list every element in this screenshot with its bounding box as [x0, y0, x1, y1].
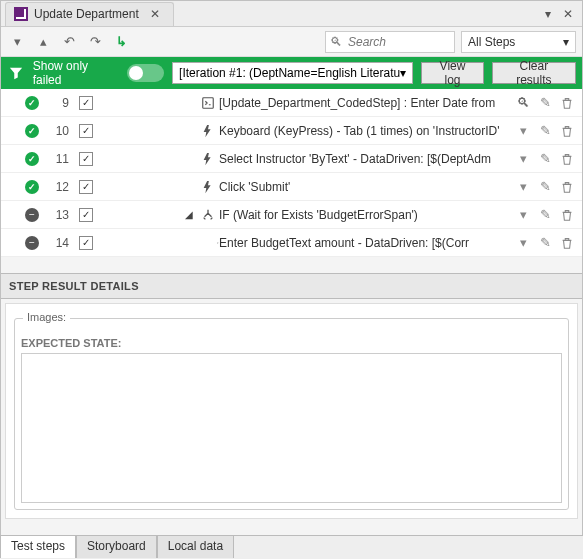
steps-table: ✓9✓[Update_Department_CodedStep] : Enter…: [1, 89, 582, 257]
status-cell: −: [21, 236, 43, 250]
step-description: Enter BudgetText amount - DataDriven: [$…: [219, 236, 512, 250]
step-description: Keyboard (KeyPress) - Tab (1 times) on '…: [219, 124, 512, 138]
tab-local-data[interactable]: Local data: [157, 535, 234, 558]
status-cell: ✓: [21, 180, 43, 194]
svg-rect-0: [203, 97, 214, 108]
step-number: 11: [43, 152, 75, 166]
step-extra-icon[interactable]: ▾: [512, 179, 534, 194]
status-pass-icon: ✓: [25, 180, 39, 194]
undo-icon[interactable]: ↶: [59, 32, 79, 52]
edit-step-icon[interactable]: ✎: [534, 151, 556, 166]
step-extra-icon[interactable]: ▾: [512, 207, 534, 222]
status-pass-icon: ✓: [25, 96, 39, 110]
images-label: Images:: [23, 311, 70, 323]
search-input[interactable]: [346, 34, 450, 50]
tree-expander[interactable]: ◢: [97, 209, 197, 220]
tab-test-steps[interactable]: Test steps: [0, 535, 76, 558]
enable-checkbox[interactable]: ✓: [75, 180, 97, 194]
status-cell: ✓: [21, 124, 43, 138]
delete-step-icon[interactable]: [556, 236, 578, 250]
delete-step-icon[interactable]: [556, 96, 578, 110]
bottom-tab-strip: Test steps Storyboard Local data: [0, 535, 583, 559]
show-failed-toggle[interactable]: [127, 64, 164, 82]
results-bar: Show only failed [Iteration #1: (DeptNam…: [1, 57, 582, 89]
document-title: Update Department: [34, 7, 139, 21]
enable-checkbox[interactable]: ✓: [75, 236, 97, 250]
enable-checkbox[interactable]: ✓: [75, 124, 97, 138]
show-failed-label: Show only failed: [33, 59, 119, 87]
step-number: 14: [43, 236, 75, 250]
step-type-icon: [197, 180, 219, 194]
chevron-down-icon[interactable]: ▾: [7, 32, 27, 52]
filter-icon: [7, 64, 25, 82]
step-number: 10: [43, 124, 75, 138]
status-cell: −: [21, 208, 43, 222]
document-tab[interactable]: Update Department ✕: [5, 2, 174, 26]
view-log-button[interactable]: View log: [421, 62, 483, 84]
details-header: STEP RESULT DETAILS: [1, 273, 582, 299]
status-pass-icon: ✓: [25, 152, 39, 166]
close-window-icon[interactable]: ✕: [558, 5, 578, 23]
table-row[interactable]: ✓11✓Select Instructor 'ByText' - DataDri…: [1, 145, 582, 173]
enable-checkbox[interactable]: ✓: [75, 208, 97, 222]
step-description: [Update_Department_CodedStep] : Enter Da…: [219, 96, 512, 110]
redo-icon[interactable]: ↷: [85, 32, 105, 52]
step-type-icon: [197, 236, 219, 250]
delete-step-icon[interactable]: [556, 152, 578, 166]
expected-state-label: EXPECTED STATE:: [21, 337, 562, 349]
steps-filter-label: All Steps: [468, 35, 515, 49]
title-bar: Update Department ✕ ▾ ✕: [1, 1, 582, 27]
enable-checkbox[interactable]: ✓: [75, 96, 97, 110]
table-row[interactable]: ✓12✓Click 'Submit'▾✎: [1, 173, 582, 201]
close-tab-icon[interactable]: ✕: [145, 5, 165, 23]
edit-step-icon[interactable]: ✎: [534, 123, 556, 138]
app-logo-icon: [14, 7, 28, 21]
step-description: Click 'Submit': [219, 180, 512, 194]
step-number: 13: [43, 208, 75, 222]
main-toolbar: ▾ ▴ ↶ ↷ ↳ 🔍︎ All Steps ▾: [1, 27, 582, 57]
insert-step-icon[interactable]: ↳: [111, 32, 131, 52]
status-notrun-icon: −: [25, 208, 39, 222]
table-row[interactable]: −13✓◢IF (Wait for Exists 'BudgetErrorSpa…: [1, 201, 582, 229]
status-notrun-icon: −: [25, 236, 39, 250]
enable-checkbox[interactable]: ✓: [75, 152, 97, 166]
move-up-icon[interactable]: ▴: [33, 32, 53, 52]
status-pass-icon: ✓: [25, 124, 39, 138]
table-row[interactable]: ✓10✓Keyboard (KeyPress) - Tab (1 times) …: [1, 117, 582, 145]
delete-step-icon[interactable]: [556, 180, 578, 194]
status-cell: ✓: [21, 152, 43, 166]
window-menu-icon[interactable]: ▾: [538, 5, 558, 23]
step-description: Select Instructor 'ByText' - DataDriven:…: [219, 152, 512, 166]
step-type-icon: [197, 124, 219, 138]
delete-step-icon[interactable]: [556, 208, 578, 222]
table-row[interactable]: −14✓Enter BudgetText amount - DataDriven…: [1, 229, 582, 257]
step-description: IF (Wait for Exists 'BudgetErrorSpan'): [219, 208, 512, 222]
step-number: 9: [43, 96, 75, 110]
expected-state-image: [21, 353, 562, 503]
chevron-down-icon: ▾: [400, 66, 406, 80]
edit-step-icon[interactable]: ✎: [534, 235, 556, 250]
status-cell: ✓: [21, 96, 43, 110]
delete-step-icon[interactable]: [556, 124, 578, 138]
step-extra-icon[interactable]: 🔍︎: [512, 95, 534, 110]
edit-step-icon[interactable]: ✎: [534, 179, 556, 194]
search-icon: 🔍︎: [330, 35, 342, 49]
steps-filter-dropdown[interactable]: All Steps ▾: [461, 31, 576, 53]
search-box[interactable]: 🔍︎: [325, 31, 455, 53]
iteration-dropdown[interactable]: [Iteration #1: (DeptName=English Literat…: [172, 62, 413, 84]
step-extra-icon[interactable]: ▾: [512, 123, 534, 138]
step-extra-icon[interactable]: ▾: [512, 235, 534, 250]
step-type-icon: [197, 208, 219, 222]
step-type-icon: [197, 152, 219, 166]
chevron-down-icon: ▾: [563, 35, 569, 49]
step-extra-icon[interactable]: ▾: [512, 151, 534, 166]
edit-step-icon[interactable]: ✎: [534, 207, 556, 222]
iteration-label: [Iteration #1: (DeptName=English Literat…: [179, 66, 400, 80]
step-number: 12: [43, 180, 75, 194]
tab-storyboard[interactable]: Storyboard: [76, 535, 157, 558]
details-panel: Images: EXPECTED STATE:: [5, 303, 578, 519]
clear-results-button[interactable]: Clear results: [492, 62, 576, 84]
table-row[interactable]: ✓9✓[Update_Department_CodedStep] : Enter…: [1, 89, 582, 117]
edit-step-icon[interactable]: ✎: [534, 95, 556, 110]
images-group: Images: EXPECTED STATE:: [14, 318, 569, 510]
